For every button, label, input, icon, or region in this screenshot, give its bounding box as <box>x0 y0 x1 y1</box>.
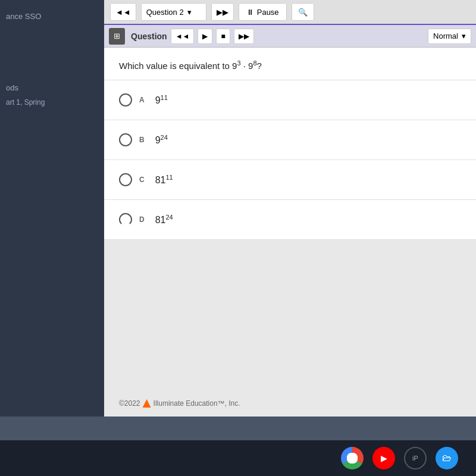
option-value-c: 8111 <box>155 174 173 186</box>
files-icon[interactable]: 🗁 <box>436 447 458 469</box>
normal-label: Normal <box>433 32 458 40</box>
option-value-d: 8124 <box>155 214 173 226</box>
quarter-label: art 1, Spring <box>0 95 104 109</box>
calculator-button[interactable]: ⊞ <box>109 28 125 45</box>
radio-a[interactable] <box>119 93 132 107</box>
pause-button[interactable]: ⏸ Pause <box>239 3 287 21</box>
chrome-icon[interactable] <box>341 447 364 469</box>
answer-option-c: C 8111 <box>104 160 476 200</box>
question-mark: ? <box>257 61 262 71</box>
youtube-icon[interactable]: ▶ <box>372 447 395 469</box>
nav-back-icon: ◄◄ <box>115 8 131 17</box>
toolbar-stop-icon: ■ <box>221 32 225 40</box>
radio-c[interactable] <box>119 173 132 186</box>
taskbar: ▶ iP 🗁 <box>0 440 476 476</box>
option-value-a: 911 <box>155 94 168 106</box>
question-content: Which value is equivalent to 93 · 98? <box>104 48 476 80</box>
toolbar-stop-button[interactable]: ■ <box>216 29 230 44</box>
company-text: Illuminate Education™, Inc. <box>154 399 240 408</box>
copyright-text: ©2022 <box>119 399 140 408</box>
toolbar-back-icon: ◄◄ <box>176 32 190 40</box>
option-label-d: D <box>139 215 145 224</box>
answer-option-b: B 924 <box>104 120 476 160</box>
option-value-b: 924 <box>155 134 168 146</box>
nav-forward-icon: ▶▶ <box>217 8 228 17</box>
radio-b[interactable] <box>119 133 132 146</box>
question-selector-chevron: ▾ <box>187 8 192 17</box>
answer-option-d: D 8124 <box>104 200 476 240</box>
toolbar-play-button[interactable]: ▶ <box>198 29 212 44</box>
nav-back-button[interactable]: ◄◄ <box>110 3 136 21</box>
ip-icon[interactable]: iP <box>404 447 427 469</box>
periods-label: ods <box>0 71 104 95</box>
illuminate-logo-icon <box>143 399 151 408</box>
pause-icon: ⏸ <box>246 8 254 17</box>
footer: ©2022 Illuminate Education™, Inc. <box>119 399 240 408</box>
question-exp1: 3 <box>237 60 240 67</box>
question-selector-label: Question 2 <box>146 8 184 17</box>
toolbar-forward-icon: ▶▶ <box>239 32 249 40</box>
option-label-c: C <box>139 176 145 184</box>
toolbar-play-icon: ▶ <box>202 32 208 40</box>
answer-option-a: A 911 <box>104 80 476 120</box>
normal-chevron-icon: ▾ <box>462 32 466 40</box>
radio-d[interactable] <box>119 213 132 226</box>
option-label-a: A <box>139 96 145 104</box>
answer-area: A 911 B 924 C 8111 D 8124 <box>104 80 476 240</box>
nav-forward-button[interactable]: ▶▶ <box>211 3 234 21</box>
pause-label: Pause <box>257 8 279 17</box>
normal-dropdown[interactable]: Normal ▾ <box>428 29 471 44</box>
option-label-b: B <box>139 136 145 144</box>
top-nav: ◄◄ Question 2 ▾ ▶▶ ⏸ Pause 🔍 <box>104 0 476 25</box>
toolbar-back-button[interactable]: ◄◄ <box>171 29 195 44</box>
question-separator: · <box>243 61 248 71</box>
question-selector[interactable]: Question 2 ▾ <box>141 3 206 21</box>
question-text-part1: Which value is equivalent to 9 <box>119 61 237 71</box>
main-container: ◄◄ Question 2 ▾ ▶▶ ⏸ Pause 🔍 ⊞ Question … <box>104 0 476 416</box>
toolbar-question-label: Question <box>131 32 167 41</box>
left-sidebar: ance SSO ods art 1, Spring <box>0 0 104 416</box>
sso-label: ance SSO <box>0 0 104 24</box>
search-button[interactable]: 🔍 <box>292 3 314 21</box>
secondary-toolbar: ⊞ Question ◄◄ ▶ ■ ▶▶ Normal ▾ <box>104 25 476 48</box>
search-icon: 🔍 <box>298 8 308 17</box>
toolbar-forward-button[interactable]: ▶▶ <box>234 29 254 44</box>
question-text: Which value is equivalent to 93 · 98? <box>119 60 461 71</box>
calculator-icon: ⊞ <box>114 32 120 40</box>
